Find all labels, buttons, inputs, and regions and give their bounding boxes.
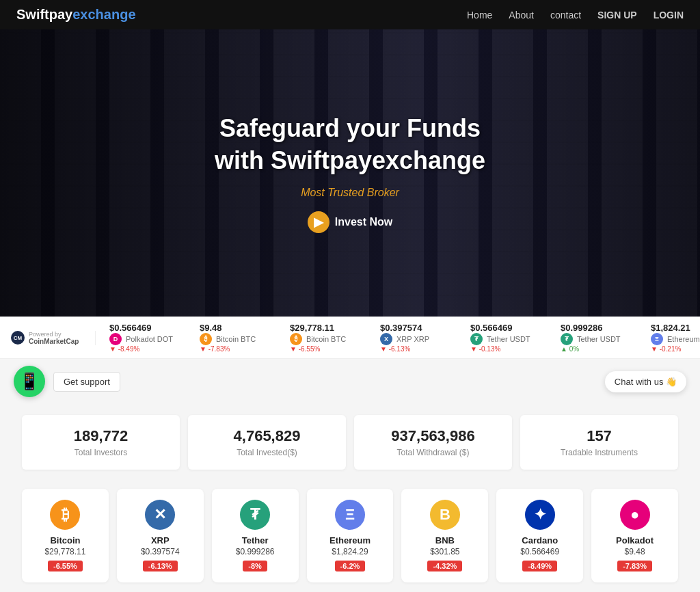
bnb-card-icon: B: [430, 500, 460, 530]
support-bar: 📱 Get support Chat with us 👋: [0, 359, 700, 404]
polkadot-card-icon: ●: [620, 500, 650, 530]
ticker-tether-main: $0.999286 ₮ Tether USDT ▲ 0%: [561, 323, 629, 353]
stat-invested: 4,765,829 Total Invested($): [188, 415, 346, 470]
xrp-price: $0.397574: [124, 547, 197, 556]
tether-price: $0.999286: [219, 547, 292, 556]
crypto-btc[interactable]: ₿ Bitcoin $29,778.11 -6.55%: [22, 489, 109, 582]
stat-invested-label: Total Invested($): [202, 448, 332, 457]
ticker-btc-small: $9.48 ₿ Bitcoin BTC ▼ -7.83%: [200, 323, 268, 353]
polkadot-price: $9.48: [598, 547, 671, 556]
usdt-icon: ₮: [470, 333, 483, 345]
get-support-button[interactable]: Get support: [53, 372, 120, 392]
crypto-cardano[interactable]: ✦ Cardano $0.566469 -8.49%: [496, 489, 583, 582]
xrp-name: XRP: [124, 535, 197, 546]
stat-invested-number: 4,765,829: [202, 427, 332, 445]
ticker-eth: $1,824.21 Ξ Ethereum ETH ▼ -0.21%: [651, 323, 700, 353]
crypto-polkadot[interactable]: ● Polkadot $9.48 -7.83%: [591, 489, 678, 582]
tether-card-icon: ₮: [240, 500, 270, 530]
invest-now-button[interactable]: ▶ Invest Now: [308, 211, 392, 233]
cardano-name: Cardano: [503, 535, 576, 546]
btc-price: $29,778.11: [29, 547, 102, 556]
powered-by-label: Powered by: [29, 331, 79, 338]
xrp-icon: X: [380, 333, 392, 345]
cardano-card-icon: ✦: [525, 500, 555, 530]
eth-price: $1,824.29: [314, 547, 387, 556]
btc-name: Bitcoin: [29, 535, 102, 546]
cardano-price: $0.566469: [503, 547, 576, 556]
stats-grid: 189,772 Total Investors 4,765,829 Total …: [22, 415, 678, 470]
crypto-grid: ₿ Bitcoin $29,778.11 -6.55% ✕ XRP $0.397…: [22, 489, 678, 582]
usdt-main-icon: ₮: [561, 333, 573, 345]
btc-main-icon: ₿: [290, 333, 302, 345]
stats-section: 189,772 Total Investors 4,765,829 Total …: [0, 404, 700, 481]
eth-card-icon: Ξ: [335, 500, 365, 530]
crypto-section: ₿ Bitcoin $29,778.11 -6.55% ✕ XRP $0.397…: [0, 481, 700, 592]
coinmarketcap-logo: CM: [11, 331, 25, 345]
eth-icon: Ξ: [651, 333, 663, 345]
logo: Swiftpayexchange: [16, 7, 136, 23]
btc-card-icon: ₿: [50, 500, 80, 530]
ticker-tether-small: $0.566469 ₮ Tether USDT ▼ -0.13%: [470, 323, 539, 353]
crypto-eth[interactable]: Ξ Ethereum $1,824.29 -6.2%: [307, 489, 394, 582]
btc-change: -6.55%: [48, 561, 83, 571]
nav-about[interactable]: About: [509, 10, 534, 21]
ticker-powered: CM Powered by CoinMarketCap: [0, 331, 96, 345]
logo-swift: Swiftpay: [16, 7, 72, 23]
crypto-tether[interactable]: ₮ Tether $0.999286 -8%: [212, 489, 299, 582]
dot-icon: D: [109, 333, 122, 345]
invest-icon: ▶: [308, 211, 329, 233]
stat-investors-number: 189,772: [36, 427, 166, 445]
stat-withdrawal: 937,563,986 Total Withdrawal ($): [354, 415, 512, 470]
coinmarketcap-name: CoinMarketCap: [29, 338, 79, 345]
whatsapp-button[interactable]: 📱: [14, 366, 45, 397]
stat-instruments: 157 Tradable Instruments: [520, 415, 678, 470]
ticker-bar: CM Powered by CoinMarketCap $0.566469 D …: [0, 317, 700, 359]
btc-icon: ₿: [200, 333, 212, 345]
nav-contact[interactable]: contact: [550, 10, 581, 21]
hero-section: Safeguard your Funds with Swiftpayexchan…: [0, 29, 700, 317]
eth-change: -6.2%: [335, 561, 366, 571]
polkadot-change: -7.83%: [617, 561, 652, 571]
eth-name: Ethereum: [314, 535, 387, 546]
stat-instruments-number: 157: [534, 427, 664, 445]
tether-name: Tether: [219, 535, 292, 546]
hero-subtitle: Most Trusted Broker: [215, 187, 485, 199]
crypto-xrp[interactable]: ✕ XRP $0.397574 -6.13%: [117, 489, 204, 582]
stat-withdrawal-label: Total Withdrawal ($): [368, 448, 498, 457]
nav-home[interactable]: Home: [467, 10, 492, 21]
ticker-items: $0.566469 D Polkadot DOT ▼ -8.49% $9.48 …: [96, 323, 700, 353]
stat-withdrawal-number: 937,563,986: [368, 427, 498, 445]
stat-instruments-label: Tradable Instruments: [534, 448, 664, 457]
ticker-dot: $0.566469 D Polkadot DOT ▼ -8.49%: [109, 323, 178, 353]
xrp-change: -6.13%: [143, 561, 178, 571]
xrp-card-icon: ✕: [145, 500, 175, 530]
stat-investors-label: Total Investors: [36, 448, 166, 457]
cardano-change: -8.49%: [522, 561, 557, 571]
hero-title: Safeguard your Funds with Swiftpayexchan…: [215, 113, 485, 177]
bnb-price: $301.85: [408, 547, 481, 556]
bnb-change: -4.32%: [427, 561, 462, 571]
invest-label: Invest Now: [335, 216, 392, 228]
crypto-bnb[interactable]: B BNB $301.85 -4.32%: [401, 489, 488, 582]
logo-pay: exchange: [72, 7, 135, 23]
nav-links: Home About contact SIGN UP LOGIN: [467, 10, 684, 21]
tether-change: -8%: [243, 561, 267, 571]
hero-content: Safeguard your Funds with Swiftpayexchan…: [215, 113, 485, 233]
polkadot-name: Polkadot: [598, 535, 671, 546]
navbar: Swiftpayexchange Home About contact SIGN…: [0, 0, 700, 29]
nav-login[interactable]: LOGIN: [654, 10, 684, 21]
bnb-name: BNB: [408, 535, 481, 546]
nav-signup[interactable]: SIGN UP: [597, 10, 637, 21]
stat-investors: 189,772 Total Investors: [22, 415, 180, 470]
ticker-btc-main: $29,778.11 ₿ Bitcoin BTC ▼ -6.55%: [290, 323, 358, 353]
ticker-xrp: $0.397574 X XRP XRP ▼ -6.13%: [380, 323, 448, 353]
chat-bubble: Chat with us 👋: [605, 371, 686, 392]
